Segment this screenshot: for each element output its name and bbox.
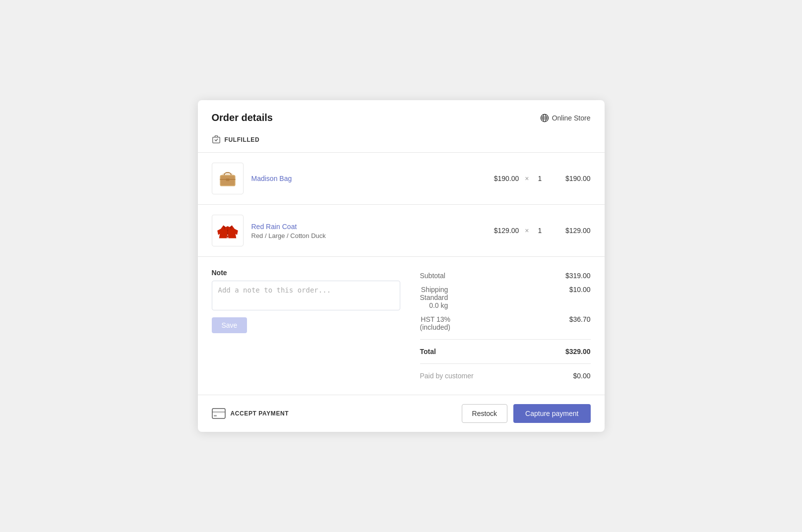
shipping-value: $10.00 bbox=[551, 286, 591, 294]
channel-label: Online Store bbox=[552, 114, 591, 122]
summary-total-row: Total $329.00 bbox=[420, 345, 591, 358]
svg-rect-15 bbox=[212, 409, 225, 418]
credit-card-icon bbox=[212, 408, 226, 419]
svg-point-14 bbox=[227, 236, 228, 237]
product-multiply-bag: × bbox=[525, 175, 529, 182]
order-details-title: Order details bbox=[212, 112, 273, 123]
product-image-coat bbox=[212, 215, 244, 246]
paid-value: $0.00 bbox=[551, 372, 591, 380]
subtotal-label: Subtotal bbox=[420, 272, 445, 280]
svg-rect-17 bbox=[214, 415, 217, 416]
svg-rect-16 bbox=[212, 411, 225, 413]
total-label: Total bbox=[420, 348, 436, 355]
product-multiply-coat: × bbox=[525, 227, 529, 235]
svg-rect-10 bbox=[226, 178, 229, 181]
product-quantity-coat: 1 bbox=[535, 227, 545, 235]
save-button[interactable]: Save bbox=[212, 317, 247, 333]
capture-payment-button[interactable]: Capture payment bbox=[513, 404, 590, 423]
svg-point-12 bbox=[227, 230, 228, 232]
product-row-red-rain-coat: Red Rain Coat Red / Large / Cotton Duck … bbox=[198, 205, 605, 257]
fulfilled-row: FULFILLED bbox=[198, 131, 605, 153]
restock-button[interactable]: Restock bbox=[462, 404, 508, 423]
tax-label: HST 13% (included) bbox=[420, 315, 450, 331]
card-footer: ACCEPT PAYMENT Restock Capture payment bbox=[198, 395, 605, 432]
summary-shipping-row: Shipping Standard 0.0 kg $10.00 bbox=[420, 283, 591, 312]
product-price-bag: $190.00 bbox=[479, 175, 519, 182]
product-image-bag bbox=[212, 163, 244, 194]
accept-payment-label: ACCEPT PAYMENT bbox=[231, 410, 289, 417]
svg-point-13 bbox=[227, 233, 228, 235]
summary-paid-row: Paid by customer $0.00 bbox=[420, 369, 591, 383]
fulfilled-icon bbox=[212, 135, 221, 144]
product-name-bag[interactable]: Madison Bag bbox=[251, 175, 292, 182]
product-row-madison-bag: Madison Bag $190.00 × 1 $190.00 bbox=[198, 153, 605, 205]
product-price-section-coat: $129.00 × 1 $129.00 bbox=[479, 227, 590, 235]
note-section: Note Save bbox=[212, 269, 400, 383]
product-variant-coat: Red / Large / Cotton Duck bbox=[251, 232, 480, 239]
subtotal-value: $319.00 bbox=[551, 272, 591, 280]
summary-divider bbox=[420, 339, 591, 340]
fulfilled-label: FULFILLED bbox=[225, 136, 260, 143]
summary-tax-row: HST 13% (included) $36.70 bbox=[420, 312, 591, 334]
product-total-coat: $129.00 bbox=[551, 227, 591, 235]
tax-value: $36.70 bbox=[551, 315, 591, 323]
order-details-card: Order details Online Store FULFILLED bbox=[198, 100, 605, 432]
shipping-label: Shipping Standard 0.0 kg bbox=[420, 286, 448, 309]
svg-rect-5 bbox=[212, 137, 219, 143]
product-total-bag: $190.00 bbox=[551, 175, 591, 182]
paid-label: Paid by customer bbox=[420, 372, 474, 380]
accept-payment-section: ACCEPT PAYMENT bbox=[212, 408, 289, 419]
product-quantity-bag: 1 bbox=[535, 175, 545, 182]
note-label: Note bbox=[212, 269, 400, 277]
summary-divider-2 bbox=[420, 363, 591, 364]
online-store-badge: Online Store bbox=[540, 114, 591, 122]
note-summary-section: Note Save Subtotal $319.00 Shipping Stan… bbox=[198, 257, 605, 395]
globe-icon bbox=[540, 114, 549, 122]
product-name-coat[interactable]: Red Rain Coat bbox=[251, 223, 297, 231]
summary-section: Subtotal $319.00 Shipping Standard 0.0 k… bbox=[420, 269, 591, 383]
product-info-coat: Red Rain Coat Red / Large / Cotton Duck bbox=[251, 222, 480, 239]
product-price-coat: $129.00 bbox=[479, 227, 519, 235]
summary-subtotal-row: Subtotal $319.00 bbox=[420, 269, 591, 283]
product-info-bag: Madison Bag bbox=[251, 174, 480, 183]
footer-buttons: Restock Capture payment bbox=[462, 404, 591, 423]
product-price-section-bag: $190.00 × 1 $190.00 bbox=[479, 175, 590, 182]
note-input[interactable] bbox=[212, 281, 400, 310]
total-value: $329.00 bbox=[551, 348, 591, 355]
card-header: Order details Online Store bbox=[198, 100, 605, 131]
